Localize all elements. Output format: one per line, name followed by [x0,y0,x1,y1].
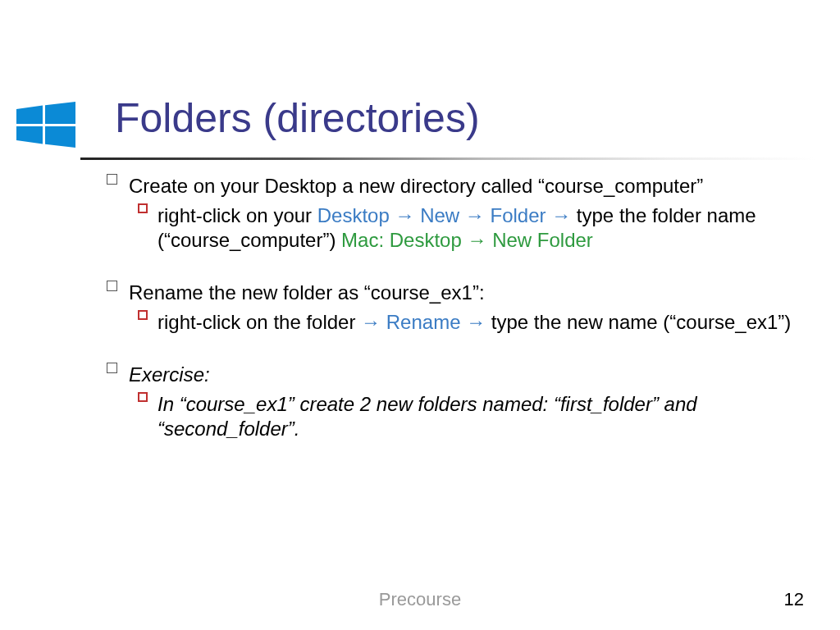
arrow-right-icon: → [361,311,381,333]
arrow-right-icon: → [395,204,414,226]
slide-title: Folders (directories) [115,97,815,140]
bullet-outline-icon [107,363,117,373]
footer-label: Precourse [0,589,840,610]
bullet-red-icon [138,392,148,402]
bullet-outline-icon [107,281,117,291]
svg-marker-2 [16,126,43,144]
slide: Folders (directories) Create on your Des… [0,0,840,630]
list-item-text: Exercise: [129,363,815,387]
windows-logo-icon [16,102,75,151]
list-item: Create on your Desktop a new directory c… [107,174,815,253]
bullet-red-icon [138,203,148,213]
list-item-text: Rename the new folder as “course_ex1”: [129,281,815,305]
bullet-red-icon [138,310,148,320]
svg-marker-0 [16,106,43,124]
title-underline [80,158,815,160]
list-subitem: right-click on your Desktop → New → Fold… [138,203,815,253]
list-item: Rename the new folder as “course_ex1”: r… [107,281,815,335]
list-item: Exercise: In “course_ex1” create 2 new f… [107,363,815,441]
page-number: 12 [784,589,804,610]
arrow-right-icon: → [467,229,486,251]
arrow-right-icon: → [551,204,571,226]
list-item-text: Create on your Desktop a new directory c… [129,174,815,199]
arrow-right-icon: → [465,204,485,226]
slide-header: Folders (directories) [16,97,815,140]
arrow-right-icon: → [466,311,486,333]
bullet-outline-icon [107,174,117,185]
list-subitem-text: In “course_ex1” create 2 new folders nam… [158,392,815,441]
list-subitem: right-click on the folder → Rename → typ… [138,310,815,335]
svg-marker-3 [45,126,75,148]
list-subitem: In “course_ex1” create 2 new folders nam… [138,392,815,441]
list-subitem-text: right-click on the folder → Rename → typ… [158,310,815,335]
list-subitem-text: right-click on your Desktop → New → Fold… [158,203,815,253]
slide-body: Create on your Desktop a new directory c… [107,174,815,469]
svg-marker-1 [45,102,75,124]
